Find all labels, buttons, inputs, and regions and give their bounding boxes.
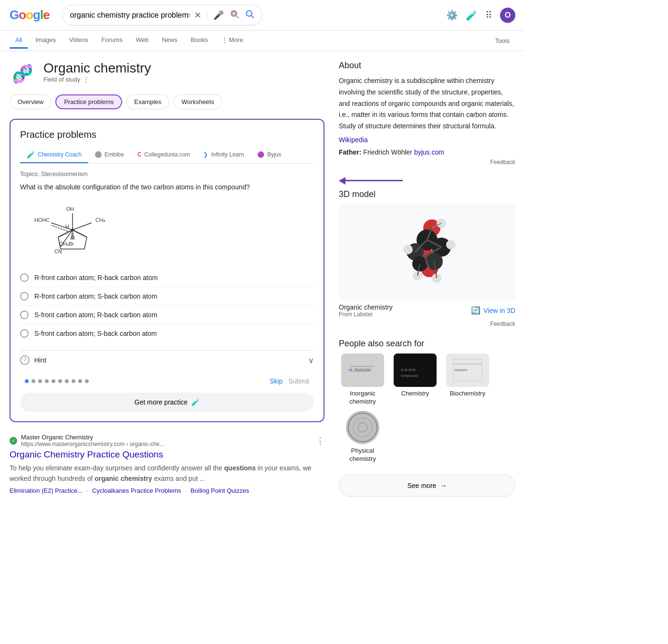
more-icon[interactable]: ⋮ — [83, 76, 89, 83]
svg-text:OH: OH — [66, 206, 74, 212]
dot-8 — [72, 379, 75, 383]
source-tab-embibe[interactable]: Embibe — [88, 147, 131, 163]
infinity-learn-icon: ❯ — [203, 151, 208, 158]
nav-item-books[interactable]: Books — [185, 32, 214, 49]
source-tab-chemistry-coach[interactable]: 🧪 Chemistry Coach — [20, 147, 88, 163]
hint-text: Hint — [34, 356, 303, 364]
source-tabs: 🧪 Chemistry Coach Embibe C Collegedunia.… — [20, 147, 314, 164]
3d-model-title: 3D model — [339, 189, 515, 199]
result-link-3[interactable]: Boiling Point Quizzes — [190, 487, 249, 495]
3d-model-image — [339, 204, 515, 300]
nav-item-more[interactable]: ⋮ More — [216, 32, 249, 49]
result-site-name: Master Organic Chemistry — [21, 434, 165, 441]
svg-line-4 — [251, 16, 253, 18]
father-link[interactable]: byjus.com — [414, 148, 444, 156]
microphone-icon[interactable]: 🎤 — [213, 10, 224, 21]
submit-button[interactable]: Submit — [288, 377, 309, 385]
result-title[interactable]: Organic Chemistry Practice Questions — [10, 449, 324, 460]
nav-item-news[interactable]: News — [156, 32, 183, 49]
about-title: About — [339, 61, 515, 71]
also-label-physical-chemistry: Physical chemistry — [339, 447, 386, 463]
radio-1[interactable] — [20, 273, 29, 282]
header: Google ✕ 🎤 ⚙️ 🧪 ⠿ O — [0, 0, 525, 31]
svg-text:⚗️ formulas: ⚗️ formulas — [348, 367, 372, 373]
get-more-practice-button[interactable]: Get more practice 🧪 — [20, 393, 314, 412]
svg-point-33 — [446, 240, 456, 249]
chip-overview[interactable]: Overview — [10, 94, 52, 109]
chip-practice-problems[interactable]: Practice problems — [55, 94, 122, 109]
option-1-text: R-front carbon atom; R-back carbon atom — [34, 274, 157, 281]
search-input[interactable] — [70, 11, 189, 20]
clear-icon[interactable]: ✕ — [194, 10, 201, 21]
also-item-biochemistry[interactable]: biochem Biochemistry — [444, 353, 491, 406]
result-link-2[interactable]: Cycloalkanes Practice Problems — [92, 487, 181, 495]
molecule-diagram: OH CH₃ CN HOHC CH₂Br H — [20, 199, 314, 261]
svg-marker-11 — [70, 230, 75, 239]
model-footer: Organic chemistry From Labster 🔄 View in… — [339, 303, 515, 318]
view-3d-icon: 🔄 — [471, 306, 480, 315]
also-item-chemistry[interactable]: C H O Ncompounds Chemistry — [391, 353, 439, 406]
people-also-search: People also search for ⚗️ formulas Inorg… — [339, 339, 515, 463]
search-bar[interactable]: ✕ 🎤 — [62, 5, 262, 25]
radio-3[interactable] — [20, 311, 29, 319]
search-icon[interactable] — [245, 9, 254, 21]
radio-4[interactable] — [20, 329, 29, 338]
lens-icon[interactable] — [230, 9, 239, 21]
svg-text:compounds: compounds — [401, 374, 418, 378]
see-more-button[interactable]: See more → — [339, 475, 515, 497]
also-item-physical-chemistry[interactable]: Physical chemistry — [339, 411, 386, 463]
skip-button[interactable]: Skip — [270, 377, 282, 385]
about-feedback[interactable]: Feedback — [339, 159, 515, 166]
option-4[interactable]: S-front carbon atom; S-back carbon atom — [20, 324, 314, 343]
option-3[interactable]: S-front carbon atom; R-back carbon atom — [20, 306, 314, 324]
result-link-1[interactable]: Elimination (E2) Practice... — [10, 487, 83, 495]
model-feedback[interactable]: Feedback — [339, 321, 515, 327]
avatar[interactable]: O — [500, 8, 515, 23]
search-result-1: ✓ Master Organic Chemistry https://www.m… — [10, 434, 324, 495]
answer-options: R-front carbon atom; R-back carbon atom … — [20, 269, 314, 343]
dot-6 — [58, 379, 62, 383]
byjus-icon: 🟣 — [257, 151, 264, 158]
chip-worksheets[interactable]: Worksheets — [173, 94, 222, 109]
nav-item-forums[interactable]: Forums — [96, 32, 128, 49]
tools-button[interactable]: Tools — [490, 33, 515, 48]
molecule-svg: OH CH₃ CN HOHC CH₂Br H — [25, 199, 120, 261]
also-item-inorganic[interactable]: ⚗️ formulas Inorganic chemistry — [339, 353, 386, 406]
apps-icon[interactable]: ⠿ — [485, 10, 492, 21]
about-section: About Organic chemistry is a subdiscipli… — [339, 61, 515, 166]
collegedunia-icon: C — [137, 151, 142, 158]
father-label: Father: — [339, 148, 361, 156]
svg-text:CH₃: CH₃ — [95, 217, 105, 223]
hint-row[interactable]: ? Hint ∨ — [20, 350, 314, 370]
svg-line-2 — [236, 16, 238, 18]
svg-point-34 — [403, 245, 413, 254]
svg-line-19 — [73, 230, 87, 237]
dot-3 — [38, 379, 42, 383]
nav-item-images[interactable]: Images — [30, 32, 62, 49]
result-more-icon[interactable]: ⋮ — [316, 436, 324, 446]
radio-2[interactable] — [20, 292, 29, 301]
source-tab-byjus[interactable]: 🟣 Byjus — [250, 147, 288, 163]
source-tab-collegedunia[interactable]: C Collegedunia.com — [131, 147, 197, 163]
also-search-grid: ⚗️ formulas Inorganic chemistry C H O Nc… — [339, 353, 515, 463]
nav-item-all[interactable]: All — [10, 32, 28, 49]
option-1[interactable]: R-front carbon atom; R-back carbon atom — [20, 269, 314, 287]
source-tab-infinity-learn[interactable]: ❯ Infinity Learn — [197, 147, 250, 163]
action-buttons: Skip Submit — [270, 377, 309, 385]
view-3d-button[interactable]: 🔄 View in 3D — [471, 306, 515, 315]
arrow-head — [339, 177, 345, 185]
header-actions: ⚙️ 🧪 ⠿ O — [446, 8, 515, 23]
svg-text:C H O N: C H O N — [401, 368, 415, 372]
model-info: Organic chemistry From Labster — [339, 303, 393, 318]
wikipedia-link[interactable]: Wikipedia — [339, 136, 368, 144]
pagination-row: Skip Submit — [20, 377, 314, 385]
option-2[interactable]: R-front carbon atom; S-back carbon atom — [20, 287, 314, 306]
chip-examples[interactable]: Examples — [126, 94, 169, 109]
settings-icon[interactable]: ⚙️ — [446, 10, 458, 21]
topic-title-block: Organic chemistry Field of study ⋮ — [43, 61, 151, 83]
result-source: ✓ Master Organic Chemistry https://www.m… — [10, 434, 324, 447]
nav-item-videos[interactable]: Videos — [63, 32, 94, 49]
nav-item-web[interactable]: Web — [130, 32, 155, 49]
model-source-text: From Labster — [339, 311, 393, 318]
lab-icon[interactable]: 🧪 — [466, 10, 478, 21]
